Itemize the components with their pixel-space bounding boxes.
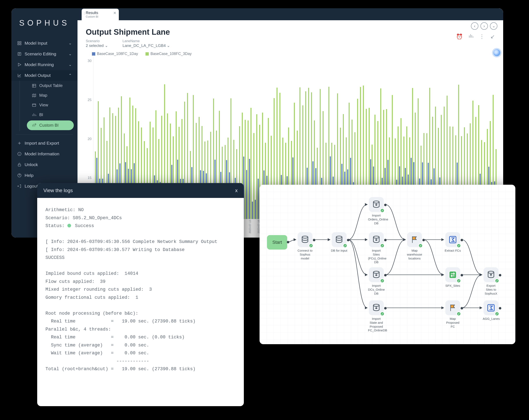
nav-label: Import and Export [25, 141, 59, 146]
check-icon: ✓ [380, 312, 384, 316]
workflow-node-label: SPX_Sites [445, 284, 461, 288]
check-icon: ✓ [380, 278, 384, 283]
workflow-node-connect[interactable]: ✓Connect to Sophus model [297, 232, 313, 260]
info-icon [17, 152, 22, 156]
svg-point-13 [373, 201, 379, 203]
subnav-output-table[interactable]: Output Table [20, 81, 78, 91]
alarm-icon[interactable]: ⏰ [456, 33, 463, 40]
chart-icon [17, 73, 22, 78]
workflow-port[interactable] [347, 239, 349, 241]
check-icon: ✓ [456, 243, 461, 248]
nav-label: Help [25, 173, 33, 178]
workflow-node-box: ✓ [298, 232, 312, 247]
logs-panel: View the logs x Arithmetic: NO Scenario:… [37, 183, 244, 406]
nav-back-button[interactable]: ‹ [471, 22, 478, 30]
workflow-port[interactable] [384, 274, 387, 276]
nav-forward-button[interactable]: › [480, 22, 488, 30]
workflow-port[interactable] [287, 241, 289, 243]
filter-value: 2 selected [86, 43, 104, 48]
workflow-start-node[interactable]: Start [267, 235, 287, 249]
workflow-node-agg[interactable]: ✓AGG_Lanes [483, 300, 499, 321]
workflow-node-label: Import State and Proposed FC_OnlineDB [368, 317, 384, 332]
workflow-port[interactable] [313, 239, 315, 241]
map-icon [32, 93, 36, 98]
workflow-node-label: Map Proposed FC [445, 317, 461, 328]
subnav-label: Custom BI [39, 123, 58, 128]
nav-model-output[interactable]: Model Output ⌃ [11, 70, 78, 81]
filter-lanename[interactable]: LaneName Lane_DC_LA_FC_LGB4 ⌄ [122, 39, 170, 48]
nav-import-export[interactable]: Import and Export [11, 138, 78, 148]
more-icon[interactable]: ⋮ [479, 33, 485, 40]
workflow-port[interactable] [499, 307, 501, 309]
svg-rect-1 [20, 41, 21, 43]
tab-results[interactable]: ⋮⋮ Results Custom BI ✕ [82, 9, 119, 20]
logs-body[interactable]: Arithmetic: NO Scenario: S05.2_NO_Open_4… [37, 198, 244, 381]
tab-title: Results [86, 11, 108, 15]
workflow-node-box: ✓ [445, 267, 460, 282]
workflow-node-orders[interactable]: ✓Import Orders_Online DB [368, 197, 384, 225]
custom-bi-icon [32, 123, 36, 128]
subnav-label: Map [39, 93, 47, 98]
nav-dropdown-button[interactable]: ⌄ [490, 22, 497, 30]
workflow-node-dbinput[interactable]: ✓DB for input [331, 232, 347, 253]
legend-item[interactable]: BaseCase_108FC_3Day [145, 52, 192, 56]
close-icon[interactable]: ✕ [113, 11, 116, 15]
nav-unlock[interactable]: Unlock [11, 159, 78, 170]
bi-icon [32, 113, 36, 117]
workflow-node-box: ✓ [369, 267, 384, 282]
svg-rect-5 [32, 84, 36, 87]
workflow-node-mapprop[interactable]: ✓Map Proposed FC [445, 300, 461, 328]
workflow-node-box: ✓ [484, 267, 498, 282]
workflow-panel[interactable]: Start ✓Connect to Sophus model✓DB for in… [260, 185, 515, 344]
workflow-node-stateprop[interactable]: ✓Import State and Proposed FC_OnlineDB [368, 300, 384, 332]
check-icon: ✓ [456, 312, 461, 316]
workflow-node-dcs[interactable]: ✓Import DCs_Online DB [368, 267, 384, 295]
workflow-node-label: Import Sites (FCs)_Online DB [368, 249, 384, 264]
legend-item[interactable]: BaseCase_108FC_1Day [92, 52, 138, 56]
subnav-view[interactable]: View [20, 100, 78, 110]
nav-model-input[interactable]: Model Input ⌄ [11, 38, 78, 49]
tab-bar: ⋮⋮ Results Custom BI ✕ [78, 8, 503, 20]
chevron-down-icon: ⌄ [69, 52, 72, 56]
nav-help[interactable]: Help [11, 170, 78, 181]
assistant-orb[interactable] [493, 49, 500, 56]
subnav-bi[interactable]: BI [20, 110, 78, 120]
filter-scenario[interactable]: Scenario 2 selected ⌄ [86, 39, 108, 48]
workflow-node-box: ✓ [369, 232, 384, 247]
brand-logo: SOPHUS [11, 13, 78, 38]
workflow-node-sitesfc[interactable]: ✓Import Sites (FCs)_Online DB [368, 232, 384, 264]
nav-label: Model Output [25, 73, 51, 78]
workflow-node-label: Export Sites to SophusX [483, 284, 499, 295]
barchart-icon[interactable] [468, 33, 473, 40]
workflow-port[interactable] [384, 239, 387, 241]
view-icon [32, 103, 36, 107]
workflow-node-mapwh[interactable]: ✓Map warehouse locations [406, 232, 423, 260]
workflow-port[interactable] [422, 239, 425, 241]
check-icon: ✓ [380, 243, 384, 248]
lock-icon [17, 162, 22, 167]
workflow-node-box: ✓ [369, 300, 384, 315]
workflow-port[interactable] [461, 239, 463, 241]
window-controls: ‹ › ⌄ [471, 22, 497, 30]
subnav-map[interactable]: Map [20, 91, 78, 100]
svg-point-11 [302, 236, 308, 238]
workflow-port[interactable] [461, 307, 463, 309]
subnav-custom-bi[interactable]: Custom BI [27, 120, 74, 130]
close-icon[interactable]: x [235, 188, 238, 193]
workflow-node-spx[interactable]: ✓SPX_Sites [445, 267, 461, 288]
filter-value: Lane_DC_LA_FC_LGB4 [122, 43, 166, 48]
collapse-icon[interactable]: ↙ [490, 33, 495, 40]
workflow-port[interactable] [384, 307, 387, 309]
workflow-port[interactable] [461, 274, 463, 276]
workflow-port[interactable] [384, 204, 387, 206]
logout-icon [17, 184, 22, 188]
drag-handle-icon[interactable]: ⋮⋮ [83, 12, 89, 15]
nav-model-running[interactable]: Model Running ⌄ [11, 59, 78, 70]
check-icon: ✓ [380, 208, 384, 213]
nav-scenario-editing[interactable]: Scenario Editing ⌄ [11, 49, 78, 59]
workflow-node-export[interactable]: ✓Export Sites to SophusX [483, 267, 499, 295]
workflow-port[interactable] [499, 274, 501, 276]
svg-rect-6 [32, 104, 36, 106]
nav-model-info[interactable]: Model Information [11, 148, 78, 159]
workflow-node-extract[interactable]: ✓Extract FCs [445, 232, 461, 253]
